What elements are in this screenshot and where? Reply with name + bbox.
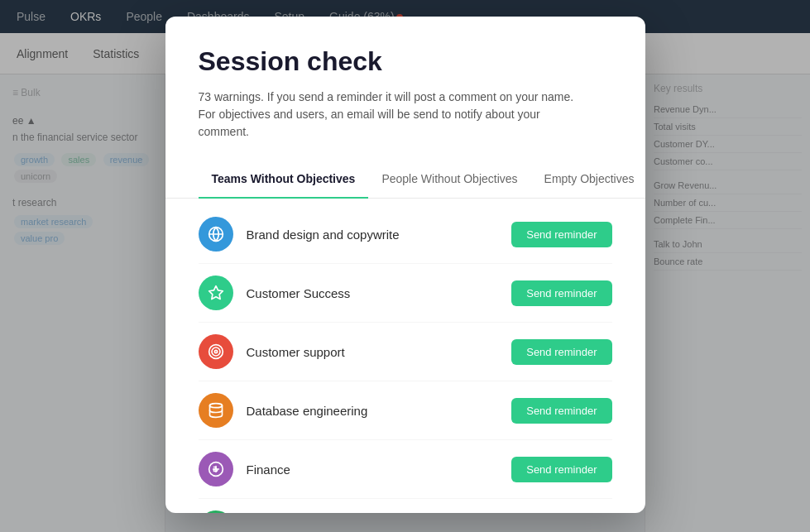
teams-list: Brand design and copywrite Send reminder… (165, 199, 645, 513)
send-reminder-customer-success[interactable]: Send reminder (511, 280, 611, 306)
team-name-customer-success: Customer Success (247, 286, 512, 300)
team-name-brand: Brand design and copywrite (247, 228, 512, 242)
team-name-customer-support: Customer support (247, 345, 512, 359)
modal-description: 73 warnings. If you send a reminder it w… (199, 89, 579, 141)
modal-tabs: Teams Without Objectives People Without … (165, 161, 645, 199)
team-icon-growth (199, 510, 233, 513)
session-check-modal: Session check 73 warnings. If you send a… (165, 17, 645, 513)
send-reminder-database[interactable]: Send reminder (511, 398, 611, 424)
modal-overlay: Session check 73 warnings. If you send a… (0, 0, 810, 532)
send-reminder-finance[interactable]: Send reminder (511, 457, 611, 482)
send-reminder-customer-support[interactable]: Send reminder (511, 339, 611, 365)
list-item: Brand design and copywrite Send reminder (199, 205, 612, 264)
list-item: Database engineering Send reminder (199, 381, 612, 440)
team-icon-brand (199, 217, 233, 252)
modal-title: Session check (199, 46, 612, 77)
team-icon-customer-success (199, 276, 233, 310)
team-icon-finance (199, 452, 233, 486)
tab-teams-without-objectives[interactable]: Teams Without Objectives (199, 161, 369, 199)
tab-empty-objectives[interactable]: Empty Objectives (531, 161, 645, 199)
svg-point-4 (212, 347, 220, 356)
send-reminder-brand[interactable]: Send reminder (511, 222, 611, 247)
svg-point-6 (209, 404, 222, 408)
team-name-finance: Finance (247, 463, 512, 477)
list-item: Customer Success Send reminder (199, 264, 612, 323)
tab-people-without-objectives[interactable]: People Without Objectives (368, 161, 530, 199)
team-icon-database (199, 393, 233, 428)
list-item: Finance Send reminder (199, 440, 612, 499)
team-name-database: Database engineering (247, 404, 512, 418)
list-item: Customer support Send reminder (199, 323, 612, 381)
svg-marker-2 (208, 286, 223, 300)
svg-point-5 (214, 350, 217, 352)
team-icon-customer-support (199, 334, 233, 369)
modal-header: Session check 73 warnings. If you send a… (165, 17, 645, 161)
list-item: Growth Send reminder (199, 499, 612, 513)
